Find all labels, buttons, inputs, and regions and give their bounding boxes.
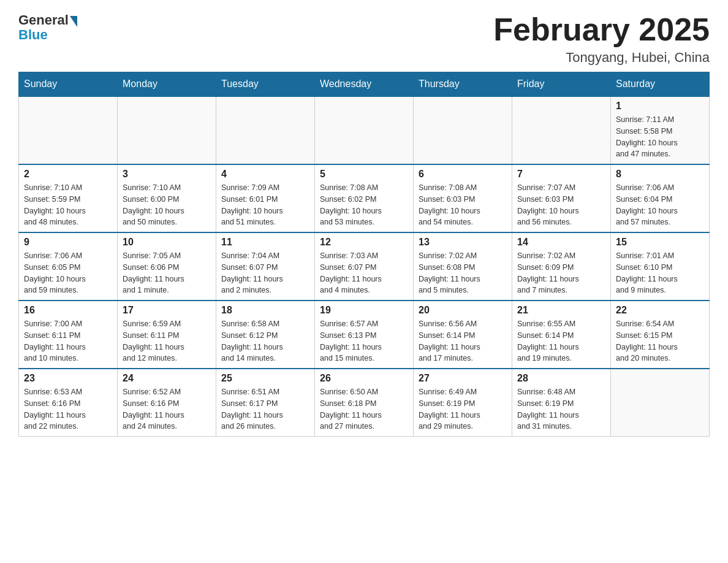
day-info: Sunrise: 6:55 AMSunset: 6:14 PMDaylight:…	[517, 318, 605, 364]
day-info: Sunrise: 6:52 AMSunset: 6:16 PMDaylight:…	[123, 386, 211, 432]
weekday-header-monday: Monday	[118, 72, 216, 97]
day-info: Sunrise: 7:06 AMSunset: 6:04 PMDaylight:…	[616, 182, 704, 228]
calendar-title: February 2025	[493, 12, 710, 47]
calendar-cell: 20Sunrise: 6:56 AMSunset: 6:14 PMDayligh…	[414, 301, 512, 369]
calendar-week-5: 23Sunrise: 6:53 AMSunset: 6:16 PMDayligh…	[19, 369, 710, 437]
calendar-cell: 7Sunrise: 7:07 AMSunset: 6:03 PMDaylight…	[512, 164, 611, 232]
calendar-cell: 23Sunrise: 6:53 AMSunset: 6:16 PMDayligh…	[19, 369, 118, 437]
day-number: 22	[616, 305, 704, 316]
day-info: Sunrise: 7:07 AMSunset: 6:03 PMDaylight:…	[517, 182, 605, 228]
weekday-header-row: SundayMondayTuesdayWednesdayThursdayFrid…	[19, 72, 710, 97]
title-section: February 2025 Tongyang, Hubei, China	[493, 12, 710, 66]
calendar-cell: 3Sunrise: 7:10 AMSunset: 6:00 PMDaylight…	[118, 164, 216, 232]
day-info: Sunrise: 6:58 AMSunset: 6:12 PMDaylight:…	[221, 318, 309, 364]
calendar-cell: 2Sunrise: 7:10 AMSunset: 5:59 PMDaylight…	[19, 164, 118, 232]
day-number: 21	[517, 305, 605, 316]
logo-general-text: General	[18, 12, 69, 28]
calendar-cell: 22Sunrise: 6:54 AMSunset: 6:15 PMDayligh…	[611, 301, 710, 369]
day-info: Sunrise: 7:03 AMSunset: 6:07 PMDaylight:…	[320, 250, 408, 296]
day-info: Sunrise: 7:04 AMSunset: 6:07 PMDaylight:…	[221, 250, 309, 296]
weekday-header-friday: Friday	[512, 72, 611, 97]
day-number: 15	[616, 237, 704, 248]
day-info: Sunrise: 6:48 AMSunset: 6:19 PMDaylight:…	[517, 386, 605, 432]
day-info: Sunrise: 6:53 AMSunset: 6:16 PMDaylight:…	[24, 386, 112, 432]
day-number: 28	[517, 373, 605, 384]
calendar-cell: 26Sunrise: 6:50 AMSunset: 6:18 PMDayligh…	[315, 369, 414, 437]
calendar-cell: 19Sunrise: 6:57 AMSunset: 6:13 PMDayligh…	[315, 301, 414, 369]
day-number: 20	[419, 305, 507, 316]
day-info: Sunrise: 7:05 AMSunset: 6:06 PMDaylight:…	[123, 250, 211, 296]
day-info: Sunrise: 7:08 AMSunset: 6:03 PMDaylight:…	[419, 182, 507, 228]
calendar-subtitle: Tongyang, Hubei, China	[493, 50, 710, 66]
weekday-header-tuesday: Tuesday	[216, 72, 315, 97]
day-info: Sunrise: 7:02 AMSunset: 6:08 PMDaylight:…	[419, 250, 507, 296]
day-number: 14	[517, 237, 605, 248]
day-number: 25	[221, 373, 309, 384]
day-number: 18	[221, 305, 309, 316]
calendar-cell: 21Sunrise: 6:55 AMSunset: 6:14 PMDayligh…	[512, 301, 611, 369]
logo-blue-text: Blue	[18, 27, 48, 43]
weekday-header-saturday: Saturday	[611, 72, 710, 97]
day-number: 11	[221, 237, 309, 248]
calendar-cell	[19, 96, 118, 164]
day-info: Sunrise: 7:06 AMSunset: 6:05 PMDaylight:…	[24, 250, 112, 296]
day-info: Sunrise: 7:02 AMSunset: 6:09 PMDaylight:…	[517, 250, 605, 296]
day-info: Sunrise: 6:49 AMSunset: 6:19 PMDaylight:…	[419, 386, 507, 432]
weekday-header-sunday: Sunday	[19, 72, 118, 97]
day-info: Sunrise: 7:10 AMSunset: 5:59 PMDaylight:…	[24, 182, 112, 228]
calendar-cell: 28Sunrise: 6:48 AMSunset: 6:19 PMDayligh…	[512, 369, 611, 437]
day-info: Sunrise: 7:10 AMSunset: 6:00 PMDaylight:…	[123, 182, 211, 228]
logo: General Blue	[18, 12, 77, 43]
day-number: 5	[320, 169, 408, 180]
calendar-cell: 12Sunrise: 7:03 AMSunset: 6:07 PMDayligh…	[315, 232, 414, 301]
calendar-week-3: 9Sunrise: 7:06 AMSunset: 6:05 PMDaylight…	[19, 232, 710, 301]
day-number: 27	[419, 373, 507, 384]
day-number: 13	[419, 237, 507, 248]
day-info: Sunrise: 6:50 AMSunset: 6:18 PMDaylight:…	[320, 386, 408, 432]
day-info: Sunrise: 6:59 AMSunset: 6:11 PMDaylight:…	[123, 318, 211, 364]
calendar-cell	[512, 96, 611, 164]
calendar-week-1: 1Sunrise: 7:11 AMSunset: 5:58 PMDaylight…	[19, 96, 710, 164]
day-number: 7	[517, 169, 605, 180]
day-number: 8	[616, 169, 704, 180]
calendar-header: SundayMondayTuesdayWednesdayThursdayFrid…	[19, 72, 710, 97]
day-number: 24	[123, 373, 211, 384]
day-number: 19	[320, 305, 408, 316]
day-info: Sunrise: 7:09 AMSunset: 6:01 PMDaylight:…	[221, 182, 309, 228]
day-info: Sunrise: 6:57 AMSunset: 6:13 PMDaylight:…	[320, 318, 408, 364]
page-header: General Blue February 2025 Tongyang, Hub…	[18, 12, 710, 66]
day-info: Sunrise: 6:56 AMSunset: 6:14 PMDaylight:…	[419, 318, 507, 364]
day-number: 10	[123, 237, 211, 248]
day-info: Sunrise: 7:00 AMSunset: 6:11 PMDaylight:…	[24, 318, 112, 364]
weekday-header-wednesday: Wednesday	[315, 72, 414, 97]
day-info: Sunrise: 7:08 AMSunset: 6:02 PMDaylight:…	[320, 182, 408, 228]
calendar-cell: 5Sunrise: 7:08 AMSunset: 6:02 PMDaylight…	[315, 164, 414, 232]
day-number: 4	[221, 169, 309, 180]
calendar-cell	[118, 96, 216, 164]
day-number: 1	[616, 101, 704, 112]
calendar-cell	[611, 369, 710, 437]
calendar-cell: 1Sunrise: 7:11 AMSunset: 5:58 PMDaylight…	[611, 96, 710, 164]
calendar-cell: 14Sunrise: 7:02 AMSunset: 6:09 PMDayligh…	[512, 232, 611, 301]
day-number: 2	[24, 169, 112, 180]
calendar-table: SundayMondayTuesdayWednesdayThursdayFrid…	[18, 72, 710, 437]
day-info: Sunrise: 6:54 AMSunset: 6:15 PMDaylight:…	[616, 318, 704, 364]
calendar-cell: 4Sunrise: 7:09 AMSunset: 6:01 PMDaylight…	[216, 164, 315, 232]
calendar-week-4: 16Sunrise: 7:00 AMSunset: 6:11 PMDayligh…	[19, 301, 710, 369]
calendar-cell: 9Sunrise: 7:06 AMSunset: 6:05 PMDaylight…	[19, 232, 118, 301]
day-number: 17	[123, 305, 211, 316]
calendar-cell	[414, 96, 512, 164]
logo-arrow-icon	[70, 16, 77, 27]
calendar-cell	[216, 96, 315, 164]
calendar-cell: 15Sunrise: 7:01 AMSunset: 6:10 PMDayligh…	[611, 232, 710, 301]
calendar-cell: 25Sunrise: 6:51 AMSunset: 6:17 PMDayligh…	[216, 369, 315, 437]
calendar-cell: 18Sunrise: 6:58 AMSunset: 6:12 PMDayligh…	[216, 301, 315, 369]
calendar-body: 1Sunrise: 7:11 AMSunset: 5:58 PMDaylight…	[19, 96, 710, 437]
day-info: Sunrise: 6:51 AMSunset: 6:17 PMDaylight:…	[221, 386, 309, 432]
day-number: 16	[24, 305, 112, 316]
calendar-cell: 17Sunrise: 6:59 AMSunset: 6:11 PMDayligh…	[118, 301, 216, 369]
day-info: Sunrise: 7:01 AMSunset: 6:10 PMDaylight:…	[616, 250, 704, 296]
day-number: 26	[320, 373, 408, 384]
calendar-cell: 8Sunrise: 7:06 AMSunset: 6:04 PMDaylight…	[611, 164, 710, 232]
day-info: Sunrise: 7:11 AMSunset: 5:58 PMDaylight:…	[616, 114, 704, 160]
